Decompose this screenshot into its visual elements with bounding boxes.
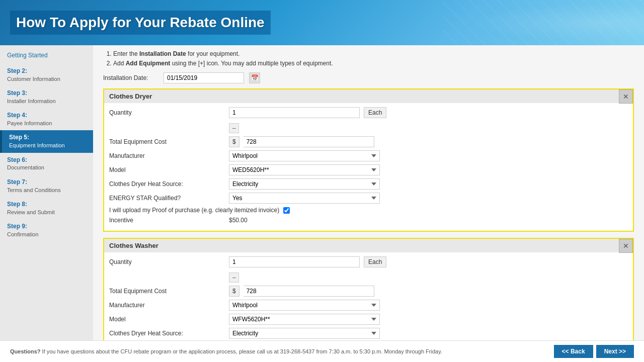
sidebar-item-getting-started[interactable]: Getting Started — [0, 49, 93, 64]
dryer-model-label: Model — [109, 166, 225, 173]
dryer-heat-source-row: Clothes Dryer Heat Source: Electricity — [109, 178, 628, 190]
clothes-dryer-section: Clothes Dryer ✕ Quantity Each − Total Eq… — [103, 88, 634, 232]
washer-qty-minus-row: − — [109, 270, 628, 283]
footer-buttons: << Back Next >> — [554, 345, 634, 358]
washer-heat-source-row: Clothes Dryer Heat Source: Electricity — [109, 328, 628, 339]
questions-label: Questions? — [10, 348, 41, 354]
installation-date-input[interactable] — [164, 72, 244, 83]
dryer-cost-label: Total Equipment Cost — [109, 138, 225, 145]
questions-text: If you have questions about the CFU reba… — [42, 348, 442, 354]
washer-heat-source-select[interactable]: Electricity — [229, 328, 380, 339]
washer-quantity-input[interactable] — [229, 256, 360, 267]
dryer-manufacturer-label: Manufacturer — [109, 152, 225, 159]
next-button[interactable]: Next >> — [596, 345, 634, 358]
washer-heat-source-label: Clothes Dryer Heat Source: — [109, 330, 225, 337]
dryer-model-row: Model WED5620H** — [109, 164, 628, 175]
washer-quantity-label: Quantity — [109, 258, 225, 265]
sidebar-item-step2[interactable]: Step 2: Customer Information — [0, 64, 93, 86]
dryer-heat-source-label: Clothes Dryer Heat Source: — [109, 180, 225, 188]
dryer-manufacturer-row: Manufacturer Whirlpool — [109, 150, 628, 161]
dryer-qty-minus-row: − — [109, 121, 628, 133]
installation-date-label: Installation Date: — [103, 74, 158, 81]
dryer-proof-label: I will upload my Proof of purchase (e.g.… — [109, 207, 279, 214]
dryer-cost-row: Total Equipment Cost $ — [109, 136, 628, 147]
clothes-washer-close-button[interactable]: ✕ — [619, 239, 633, 253]
content-area: Enter the Installation Date for your equ… — [93, 45, 644, 362]
sidebar-item-step7[interactable]: Step 7: Terms and Conditions — [0, 175, 93, 197]
dryer-incentive-row: Incentive $50.00 — [109, 217, 628, 224]
dryer-quantity-unit: Each — [364, 107, 386, 118]
sidebar-item-step9[interactable]: Step 9: Confirmation — [0, 219, 93, 241]
dryer-proof-checkbox[interactable] — [283, 207, 290, 214]
dryer-cost-dollar: $ — [229, 136, 239, 147]
calendar-icon[interactable]: 📅 — [249, 72, 260, 83]
instruction-bold-1: Installation Date — [139, 50, 186, 57]
dryer-incentive-value: $50.00 — [229, 217, 248, 224]
dryer-quantity-input[interactable] — [229, 107, 360, 118]
sidebar-item-step5[interactable]: Step 5: Equipment Information — [0, 130, 93, 152]
back-button[interactable]: << Back — [554, 345, 593, 358]
dryer-energy-star-label: ENERGY STAR Qualified? — [109, 195, 225, 202]
instructions: Enter the Installation Date for your equ… — [103, 49, 634, 68]
header-banner: How To Apply for Your Rebate Online — [0, 0, 644, 45]
washer-model-label: Model — [109, 316, 225, 323]
sidebar-item-step4[interactable]: Step 4: Payee Information — [0, 108, 93, 130]
dryer-heat-source-select[interactable]: Electricity — [229, 178, 380, 190]
dryer-energy-star-select[interactable]: Yes — [229, 193, 380, 204]
clothes-dryer-title: Clothes Dryer — [109, 93, 152, 100]
washer-cost-dollar: $ — [229, 286, 239, 297]
clothes-washer-title: Clothes Washer — [109, 242, 158, 249]
washer-manufacturer-select[interactable]: Whirlpool — [229, 300, 380, 311]
washer-manufacturer-label: Manufacturer — [109, 302, 225, 309]
dryer-energy-star-row: ENERGY STAR Qualified? Yes — [109, 193, 628, 204]
washer-manufacturer-row: Manufacturer Whirlpool — [109, 300, 628, 311]
washer-cost-row: Total Equipment Cost $ — [109, 286, 628, 297]
page-title: How To Apply for Your Rebate Online — [10, 11, 271, 35]
sidebar-item-step3[interactable]: Step 3: Installer Information — [0, 86, 93, 108]
dryer-model-select[interactable]: WED5620H** — [229, 164, 380, 175]
washer-quantity-minus-button[interactable]: − — [229, 273, 239, 283]
main-layout: Getting Started Step 2: Customer Informa… — [0, 45, 644, 362]
installation-date-row: Installation Date: 📅 — [103, 72, 634, 83]
sidebar-item-step8[interactable]: Step 8: Review and Submit — [0, 197, 93, 219]
dryer-proof-row: I will upload my Proof of purchase (e.g.… — [109, 207, 628, 214]
sidebar-item-step6[interactable]: Step 6: Documentation — [0, 153, 93, 175]
sidebar: Getting Started Step 2: Customer Informa… — [0, 45, 93, 362]
washer-quantity-unit: Each — [364, 256, 386, 267]
clothes-washer-header: Clothes Washer — [104, 239, 633, 252]
dryer-quantity-minus-button[interactable]: − — [229, 123, 239, 133]
dryer-manufacturer-select[interactable]: Whirlpool — [229, 150, 380, 161]
clothes-dryer-body: Quantity Each − Total Equipment Cost $ M… — [104, 103, 633, 231]
instruction-bold-2: Add Equipment — [126, 60, 171, 67]
washer-quantity-row: Quantity Each — [109, 256, 628, 267]
washer-cost-input[interactable] — [244, 286, 374, 297]
clothes-dryer-close-button[interactable]: ✕ — [619, 89, 633, 104]
clothes-dryer-header: Clothes Dryer — [104, 89, 633, 103]
footer: Questions? If you have questions about t… — [0, 340, 644, 362]
footer-questions: Questions? If you have questions about t… — [10, 348, 442, 354]
washer-model-row: Model WFW5620H** — [109, 314, 628, 325]
dryer-quantity-row: Quantity Each — [109, 107, 628, 118]
washer-model-select[interactable]: WFW5620H** — [229, 314, 380, 325]
dryer-incentive-label: Incentive — [109, 217, 225, 224]
dryer-quantity-label: Quantity — [109, 109, 225, 116]
dryer-cost-input[interactable] — [244, 136, 374, 147]
washer-cost-label: Total Equipment Cost — [109, 288, 225, 295]
